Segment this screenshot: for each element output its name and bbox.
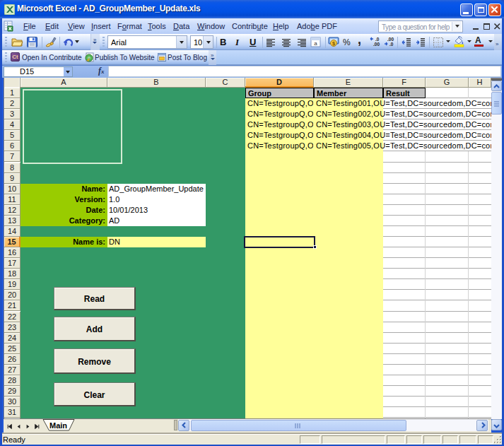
svg-text:.0: .0 [375, 37, 380, 42]
svg-text:.00: .00 [373, 42, 380, 47]
svg-text:a: a [314, 40, 317, 47]
svg-text:.0: .0 [389, 42, 394, 47]
svg-text:.00: .00 [387, 37, 394, 42]
